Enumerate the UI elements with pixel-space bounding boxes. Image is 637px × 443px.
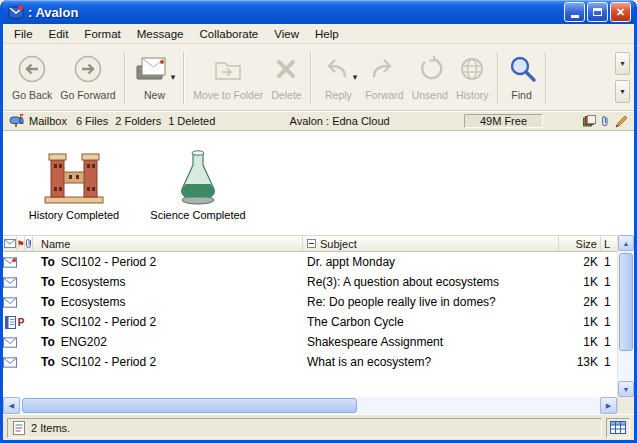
toolbar-separator (183, 52, 185, 104)
window-title: : Avalon (28, 5, 564, 20)
recipient-name: SCI102 - Period 2 (61, 255, 156, 269)
table-row[interactable]: ToSCI102 - Period 2 Dr. appt Monday 2K 1 (3, 252, 617, 272)
last-column-label: L (604, 238, 610, 250)
to-label: To (41, 275, 55, 289)
up-arrow-icon: ▲ (623, 240, 630, 247)
vertical-scroll-track[interactable] (618, 353, 634, 381)
horizontal-scroll-track[interactable] (359, 397, 600, 414)
left-arrow-icon: ◀ (9, 402, 14, 410)
vertical-scroll-thumb[interactable] (619, 253, 633, 351)
toolbar: Go Back Go Forward ▾ N (3, 44, 634, 111)
flask-icon (173, 147, 223, 205)
last-cell: 1 (601, 315, 617, 329)
header-envelope-column[interactable] (3, 236, 17, 251)
to-label: To (41, 315, 55, 329)
close-icon: ✕ (616, 6, 625, 19)
toolbar-separator (310, 52, 312, 104)
forward-button[interactable]: Forward (361, 49, 408, 107)
header-subject-column[interactable]: Subject (303, 236, 559, 251)
header-size-column[interactable]: Size (559, 236, 601, 251)
to-label: To (41, 255, 55, 269)
shortcut-label: History Completed (29, 209, 119, 221)
size-cell: 2K (559, 255, 601, 269)
move-to-folder-button[interactable]: Move to Folder (189, 49, 267, 107)
header-attachment-column[interactable] (25, 236, 33, 251)
menu-collaborate[interactable]: Collaborate (191, 26, 266, 42)
size-column-label: Size (576, 238, 597, 250)
header-name-column[interactable]: Name (33, 236, 303, 251)
go-forward-button[interactable]: Go Forward (56, 49, 119, 107)
header-last-column[interactable]: L (601, 236, 617, 251)
scroll-right-button[interactable]: ▶ (600, 397, 617, 414)
scroll-down-button[interactable]: ▼ (618, 381, 634, 397)
maximize-button[interactable] (587, 2, 608, 22)
reply-dropdown-icon[interactable]: ▾ (353, 73, 358, 82)
unsend-label: Unsend (412, 89, 448, 101)
menubar: File Edit Format Message Collaborate Vie… (3, 24, 634, 44)
status-panel: 2 Items. (7, 418, 602, 438)
go-forward-label: Go Forward (60, 89, 115, 101)
history-button[interactable]: History (452, 49, 493, 107)
menu-file[interactable]: File (6, 26, 41, 42)
reply-label: Reply (325, 89, 352, 101)
toolbar-separator (545, 52, 547, 104)
menu-message[interactable]: Message (129, 26, 192, 42)
toolbar-separator (497, 52, 499, 104)
unsend-button[interactable]: Unsend (408, 49, 452, 107)
item-count: 2 Items. (31, 422, 70, 434)
table-row[interactable]: ToENG202 Shakespeare Assignment 1K 1 (3, 332, 617, 352)
view-toggle[interactable] (606, 418, 630, 438)
menu-edit[interactable]: Edit (41, 26, 77, 42)
table-row[interactable]: ToEcosystems Re(3): A question about eco… (3, 272, 617, 292)
last-cell: 1 (601, 255, 617, 269)
go-back-button[interactable]: Go Back (8, 49, 56, 107)
size-cell: 1K (559, 335, 601, 349)
colored-pages-icon[interactable] (583, 115, 596, 127)
new-dropdown-icon[interactable]: ▾ (171, 73, 176, 82)
recipient-name: Ecosystems (61, 275, 126, 289)
dropdown-icon: ▾ (620, 59, 624, 68)
to-label: To (41, 335, 55, 349)
vertical-scrollbar[interactable]: ▲ ▼ (617, 235, 634, 397)
menu-help[interactable]: Help (307, 26, 347, 42)
paperclip-icon[interactable] (601, 115, 609, 127)
table-row[interactable]: ToSCI102 - Period 2 What is an ecosystem… (3, 352, 617, 372)
infobar: Mailbox 6 Files 2 Folders 1 Deleted Aval… (3, 111, 634, 131)
shortcut-history-completed[interactable]: History Completed (15, 141, 133, 235)
statusbar: 2 Items. (3, 414, 634, 440)
menu-view[interactable]: View (266, 26, 307, 42)
mailbox-icon (9, 114, 24, 128)
subject-column-label: Subject (320, 238, 357, 250)
delete-button[interactable]: Delete (267, 49, 305, 107)
reply-button[interactable]: ▾ Reply (316, 49, 362, 107)
find-button[interactable]: Find (503, 49, 541, 107)
minimize-button[interactable] (564, 2, 585, 22)
collapse-subject-icon[interactable] (307, 239, 316, 248)
close-button[interactable]: ✕ (610, 2, 631, 22)
scrollbar-corner (617, 397, 634, 414)
envelope-icon (4, 239, 16, 248)
toolbar-overflow-top-button[interactable]: ▾ (615, 52, 630, 75)
new-button[interactable]: ▾ New (130, 49, 180, 107)
horizontal-scrollbar[interactable]: ◀ ▶ (3, 397, 617, 414)
table-row[interactable]: ToEcosystems Re: Do people really live i… (3, 292, 617, 312)
header-flag-column[interactable]: ⚑ (17, 236, 25, 251)
toolbar-overflow-bottom-button[interactable]: ▾ (615, 80, 630, 103)
delete-icon (272, 55, 300, 83)
last-cell: 1 (601, 335, 617, 349)
subject-cell: Shakespeare Assignment (303, 335, 559, 349)
deleted-count: 1 Deleted (168, 115, 215, 127)
delete-label: Delete (271, 89, 301, 101)
maximize-icon (593, 8, 602, 16)
pen-icon[interactable] (614, 115, 628, 128)
menu-format[interactable]: Format (76, 26, 128, 42)
horizontal-scroll-thumb[interactable] (22, 398, 357, 413)
unsend-icon (416, 55, 444, 83)
free-space-indicator: 49M Free (464, 114, 543, 128)
scroll-left-button[interactable]: ◀ (3, 397, 20, 414)
scroll-up-button[interactable]: ▲ (618, 235, 634, 251)
table-row[interactable]: P ToSCI102 - Period 2 The Carbon Cycle 1… (3, 312, 617, 332)
recipient-name: ENG202 (61, 335, 107, 349)
shortcut-science-completed[interactable]: Science Completed (139, 141, 257, 235)
last-cell: 1 (601, 355, 617, 369)
